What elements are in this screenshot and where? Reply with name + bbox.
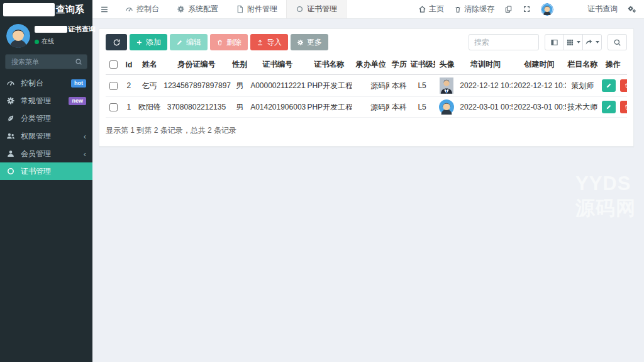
tab-dashboard[interactable]: 控制台 [116, 0, 168, 18]
refresh-button[interactable] [106, 34, 127, 50]
gear-icon [177, 5, 185, 13]
table-row: 2 乞丐 1234567897897897987897979 男 A000002… [106, 75, 627, 97]
edit-row-button[interactable] [602, 79, 616, 92]
columns-button[interactable] [564, 34, 583, 50]
grid-icon [566, 38, 574, 47]
edit-button[interactable]: 编辑 [170, 34, 208, 50]
col-header-column: 栏目名称 [566, 56, 599, 75]
clear-cache-button[interactable]: 清除缓存 [454, 4, 494, 14]
panel-icon [550, 38, 558, 47]
redaction-organizer [353, 103, 370, 111]
sidebar-item-certificates[interactable]: 证书管理 [0, 162, 92, 180]
delete-row-button[interactable] [620, 79, 627, 92]
chevron-left-icon: ‹ [84, 150, 86, 158]
delete-button[interactable]: 删除 [210, 34, 248, 50]
refresh-icon [113, 38, 121, 47]
certificate-table-card: 添加 编辑 删除 导入 更多 [99, 28, 634, 147]
app-logo-text: 查询系 [56, 4, 84, 16]
gauge-icon [125, 5, 133, 13]
hot-badge: hot [71, 79, 86, 88]
gauge-icon [6, 79, 16, 88]
import-button[interactable]: 导入 [250, 34, 288, 50]
table-header-row: Id 姓名 身份证编号 性别 证书编号 证书名称 承办单位 学历 证书级别 头像… [106, 56, 627, 75]
col-header-gender: 性别 [231, 56, 250, 75]
search-button[interactable] [608, 34, 627, 50]
cogs-icon [6, 96, 16, 106]
delete-row-button[interactable] [620, 101, 627, 113]
settings-button[interactable] [628, 5, 636, 13]
col-header-idcard: 身份证编号 [162, 56, 230, 75]
table-toolbar: 添加 编辑 删除 导入 更多 [106, 34, 627, 50]
edit-row-button[interactable] [602, 101, 616, 113]
home-icon [418, 5, 426, 13]
pagination-toggle-button[interactable] [545, 34, 564, 50]
photo-avatar [440, 77, 453, 94]
redaction-logo [3, 3, 55, 16]
sidebar-toggle-button[interactable] [92, 0, 116, 18]
add-button[interactable]: 添加 [130, 34, 167, 50]
tab-system-config[interactable]: 系统配置 [168, 0, 227, 18]
fullscreen-icon [523, 5, 531, 13]
sidebar-item-members[interactable]: 会员管理 ‹ [0, 145, 92, 162]
sidebar-item-permissions[interactable]: 权限管理 ‹ [0, 127, 92, 145]
main-content: YYDS源码网 添加 编辑 删除 导入 [92, 19, 644, 362]
more-button[interactable]: 更多 [291, 34, 328, 50]
tab-certificates[interactable]: 证书管理 [286, 0, 347, 18]
row-checkbox[interactable] [109, 103, 118, 111]
search-icon[interactable] [75, 58, 82, 65]
plus-icon [136, 39, 143, 46]
circle-icon [6, 167, 16, 176]
select-all-header [106, 56, 121, 75]
file-icon [236, 5, 244, 13]
hamburger-icon [100, 5, 109, 14]
topbar-right: 主页 清除缓存 证书查询 [418, 0, 644, 18]
online-dot-icon [35, 40, 39, 44]
sidebar-item-general[interactable]: 常规管理 new [0, 92, 92, 110]
user-avatar [6, 24, 30, 48]
sidebar-item-dashboard[interactable]: 控制台 hot [0, 74, 92, 92]
sidebar-item-category[interactable]: 分类管理 [0, 110, 92, 127]
cert-query-link[interactable]: 证书查询 [587, 4, 618, 14]
topbar-avatar[interactable] [541, 3, 553, 16]
col-header-name: 姓名 [136, 56, 162, 75]
table-search-zone [469, 34, 627, 50]
pencil-icon [606, 82, 612, 89]
search-icon [613, 38, 621, 47]
home-link[interactable]: 主页 [418, 4, 444, 14]
gear-icon [297, 39, 304, 46]
export-icon [585, 38, 593, 47]
col-header-avatar: 头像 [435, 56, 459, 75]
col-header-certno: 证书编号 [249, 56, 306, 75]
select-all-checkbox[interactable] [109, 60, 118, 69]
row-checkbox[interactable] [109, 82, 118, 90]
fullscreen-button[interactable] [523, 5, 531, 13]
watermark: YYDS源码网 [575, 173, 644, 222]
export-button[interactable] [582, 34, 602, 50]
certificates-table: Id 姓名 身份证编号 性别 证书编号 证书名称 承办单位 学历 证书级别 头像… [106, 56, 627, 118]
boy-avatar-icon [541, 3, 553, 16]
user-icon [6, 149, 16, 159]
col-header-actions: 操作 [599, 56, 627, 75]
copy-button[interactable] [504, 5, 513, 13]
table-search-input[interactable] [469, 34, 539, 50]
col-header-education: 学历 [389, 56, 409, 75]
boy-avatar-icon [439, 99, 454, 115]
topbar: 控制台 系统配置 附件管理 证书管理 主页 清除缓存 [92, 0, 644, 19]
redaction-username [35, 26, 67, 33]
trash-icon [454, 6, 462, 13]
cogs-icon [628, 5, 636, 13]
table-row: 1 欧阳锋 37080802212135 男 A014201906003235 … [106, 97, 627, 118]
boy-avatar-icon [6, 24, 30, 48]
user-name: 证书查询 [35, 25, 87, 34]
users-icon [6, 132, 16, 141]
col-header-organizer: 承办单位 [352, 56, 389, 75]
sidebar-search-input[interactable] [10, 57, 75, 66]
trash-icon [624, 82, 627, 89]
circle-icon [296, 5, 304, 13]
trash-icon [624, 104, 627, 110]
view-buttons [545, 34, 602, 50]
redaction-organizer [353, 82, 370, 89]
chevron-left-icon: ‹ [84, 132, 86, 140]
tab-attachments[interactable]: 附件管理 [227, 0, 286, 18]
caret-down-icon [577, 41, 580, 43]
